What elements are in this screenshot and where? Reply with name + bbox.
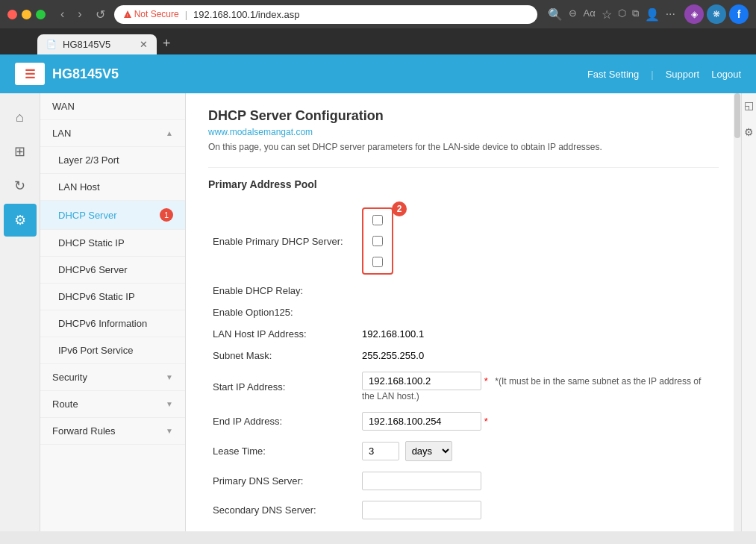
search-action[interactable]: 🔍: [548, 7, 563, 22]
nav-dhcpv6[interactable]: DHCPv6 Server: [40, 257, 185, 284]
end-ip-input[interactable]: [362, 412, 481, 431]
lan-chevron: ▲: [166, 129, 173, 137]
zoom-action[interactable]: ⊖: [569, 7, 577, 22]
checkbox-badge: 2: [392, 201, 407, 216]
start-ip-input[interactable]: [362, 372, 481, 390]
topbar: ☰ HG8145V5 Fast Setting | Support Logout: [0, 54, 756, 93]
profile-action[interactable]: 👤: [645, 7, 660, 22]
split-action[interactable]: ⧉: [632, 7, 639, 22]
page-subtitle: www.modalsemangat.com: [208, 127, 719, 137]
end-ip-label: End IP Address:: [208, 407, 357, 436]
primary-pool-title: Primary Address Pool: [208, 178, 719, 190]
enable-primary-label: Enable Primary DHCP Server:: [208, 202, 357, 280]
not-secure-badge: ! Not Secure: [123, 9, 179, 19]
checkbox-group: 2: [362, 207, 393, 275]
primary-pool-form: Enable Primary DHCP Server: 2 Enable DHC…: [208, 202, 719, 525]
lan-host-ip-value: 192.168.100.1: [357, 323, 719, 345]
minimize-button[interactable]: [22, 10, 31, 19]
router-ui: ☰ HG8145V5 Fast Setting | Support Logout…: [0, 54, 756, 531]
nav-layer23[interactable]: Layer 2/3 Port: [40, 147, 185, 174]
new-tab-button[interactable]: +: [157, 33, 177, 54]
read-action[interactable]: Aα: [583, 7, 595, 22]
home-nav-icon[interactable]: ⌂: [4, 101, 37, 134]
ext-3[interactable]: f: [729, 4, 749, 24]
nav-security[interactable]: Security ▼: [40, 364, 185, 391]
enable-option-label: Enable Option125:: [208, 301, 357, 323]
page-title: DHCP Server Configuration: [208, 108, 719, 124]
fast-setting-link[interactable]: Fast Setting: [587, 69, 639, 80]
nav-route[interactable]: Route ▼: [40, 391, 185, 418]
browser-chrome: ‹ › ↺ ! Not Secure | 192.168.100.1/index…: [0, 0, 756, 54]
logo-text: HG8145V5: [52, 66, 119, 82]
nav-wan[interactable]: WAN: [40, 93, 185, 120]
tab-icon: 📄: [46, 40, 57, 49]
right-icon-2[interactable]: ⚙: [744, 126, 754, 138]
enable-option-row: Enable Option125:: [208, 301, 719, 323]
address-bar[interactable]: ! Not Secure | 192.168.100.1/index.asp: [114, 5, 538, 24]
nav-dhcp-server[interactable]: DHCP Server 1: [40, 201, 185, 230]
top-navigation: Fast Setting | Support Logout: [587, 69, 741, 80]
sync-nav-icon[interactable]: ↻: [4, 169, 37, 202]
lease-time-row: Lease Time: days hours: [208, 436, 719, 466]
enable-primary-checkbox[interactable]: [372, 215, 383, 225]
lan-host-ip-label: LAN Host IP Address:: [208, 323, 357, 345]
left-navigation: WAN LAN ▲ Layer 2/3 Port LAN Host DHCP S…: [40, 93, 186, 531]
subnet-mask-label: Subnet Mask:: [208, 345, 357, 366]
more-action[interactable]: ···: [666, 7, 675, 22]
enable-primary-row: Enable Primary DHCP Server: 2: [208, 202, 719, 280]
refresh-button[interactable]: ↺: [91, 6, 110, 23]
secondary-dns-row: Secondary DNS Server:: [208, 495, 719, 525]
enable-relay-label: Enable DHCP Relay:: [208, 280, 357, 301]
extensions: ◈ ❋ f: [684, 4, 749, 24]
tab-title: HG8145V5: [63, 39, 110, 50]
route-chevron: ▼: [166, 400, 173, 408]
lease-time-input[interactable]: [362, 442, 399, 460]
required-star: *: [484, 375, 488, 387]
nav-dhcpv6-static[interactable]: DHCPv6 Static IP: [40, 284, 185, 310]
scroll-thumb[interactable]: [734, 93, 740, 138]
security-chevron: ▼: [166, 373, 173, 381]
enable-option125-checkbox[interactable]: [372, 257, 383, 267]
nav-ipv6-port[interactable]: IPv6 Port Service: [40, 337, 185, 364]
settings-nav-icon[interactable]: ⚙: [4, 204, 37, 237]
page-description: On this page, you can set DHCP server pa…: [208, 142, 719, 152]
collections-action[interactable]: ⬡: [618, 7, 626, 22]
content-area: DHCP Server Configuration www.modalseman…: [186, 93, 741, 531]
nav-dhcpv6-info[interactable]: DHCPv6 Information: [40, 310, 185, 337]
dhcp-badge: 1: [160, 208, 173, 222]
forward-button[interactable]: ›: [73, 6, 86, 22]
enable-relay-checkbox[interactable]: [372, 236, 383, 246]
primary-dns-input[interactable]: [362, 472, 481, 490]
back-button[interactable]: ‹: [56, 6, 69, 22]
main-layout: ⌂ ⊞ ↻ ⚙ WAN LAN ▲ Layer 2/3 Port LAN Hos…: [0, 93, 756, 531]
browser-actions: 🔍 ⊖ Aα ☆ ⬡ ⧉ 👤 ···: [548, 7, 675, 22]
nav-lan[interactable]: LAN ▲: [40, 120, 185, 147]
tab-close-button[interactable]: ✕: [140, 39, 148, 50]
nav-forward-rules[interactable]: Forward Rules ▼: [40, 418, 185, 445]
ext-1[interactable]: ◈: [684, 4, 704, 24]
close-button[interactable]: [7, 10, 17, 19]
nav-lanhost[interactable]: LAN Host: [40, 174, 185, 201]
browser-tab[interactable]: 📄 HG8145V5 ✕: [37, 34, 157, 54]
lease-time-unit[interactable]: days hours: [405, 441, 452, 461]
add-nav-icon[interactable]: ⊞: [4, 135, 37, 168]
secondary-dns-input[interactable]: [362, 501, 481, 519]
support-link[interactable]: Support: [666, 69, 700, 80]
enable-relay-row: Enable DHCP Relay:: [208, 280, 719, 301]
scrollbar[interactable]: [734, 93, 741, 531]
ext-2[interactable]: ❋: [707, 4, 726, 24]
window-buttons: [7, 10, 46, 19]
right-icon-1[interactable]: ◱: [744, 99, 754, 111]
maximize-button[interactable]: [36, 10, 46, 19]
favorites-action[interactable]: ☆: [602, 7, 612, 22]
right-sidebar: ◱ ⚙: [741, 93, 756, 531]
logout-link[interactable]: Logout: [711, 69, 741, 80]
nav-dhcp-static[interactable]: DHCP Static IP: [40, 230, 185, 257]
forward-chevron: ▼: [166, 427, 173, 435]
sidebar-icons: ⌂ ⊞ ↻ ⚙: [0, 93, 40, 531]
end-ip-row: End IP Address: *: [208, 407, 719, 436]
primary-dns-label: Primary DNS Server:: [208, 466, 357, 495]
logo: ☰ HG8145V5: [15, 63, 119, 85]
subnet-mask-value: 255.255.255.0: [357, 345, 719, 366]
subnet-mask-row: Subnet Mask: 255.255.255.0: [208, 345, 719, 366]
